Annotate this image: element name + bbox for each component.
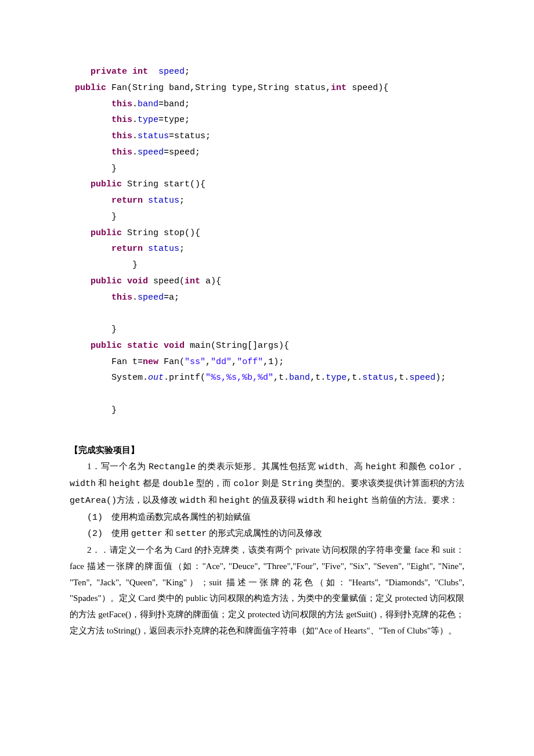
prose-section: 【完成实验项目】 1．写一个名为 Rectangle 的类表示矩形。其属性包括宽… xyxy=(70,442,464,639)
section-heading: 【完成实验项目】 xyxy=(70,442,464,458)
code-width: width xyxy=(180,496,206,506)
text: 使用 xyxy=(111,528,131,538)
code-getter: getter xyxy=(131,529,163,539)
text: 当前值的方法。要求： xyxy=(369,495,458,505)
text: 的类表示矩形。其属性包括宽 xyxy=(196,462,319,471)
text: 1．写一个名为 xyxy=(87,462,149,471)
text: ， xyxy=(455,462,464,471)
text: 的值及获得 xyxy=(250,495,298,505)
list-item-2: (2) 使用 getter 和 setter 的形式完成属性的访问及修改 xyxy=(70,525,464,542)
list-number: (2) xyxy=(87,529,103,539)
text: 和 xyxy=(206,495,219,505)
text: 和 xyxy=(96,478,109,488)
text: 和 xyxy=(163,528,176,538)
code-height: height xyxy=(219,496,250,506)
code-width: width xyxy=(298,496,324,506)
text: 和颜色 xyxy=(397,462,430,471)
code-getarea: getArea() xyxy=(70,496,117,506)
java-code-block: private int speed; public Fan(String ban… xyxy=(70,64,464,419)
problem-2: 2．．请定义一个名为 Card 的扑克牌类，该类有两个 private 访问权限… xyxy=(70,542,464,639)
list-number: (1) xyxy=(87,513,103,523)
code-double: double xyxy=(163,479,194,489)
code-height: height xyxy=(366,462,397,472)
text: 方法，以及修改 xyxy=(117,495,180,505)
text: 则是 xyxy=(259,478,282,488)
problem-1: 1．写一个名为 Rectangle 的类表示矩形。其属性包括宽 width、高 … xyxy=(70,459,464,509)
code-height: height xyxy=(337,496,369,506)
text: 都是 xyxy=(140,478,163,488)
text: 型的，而 xyxy=(194,478,233,488)
code-width: width xyxy=(70,479,96,489)
text: 和 xyxy=(324,495,338,505)
code-color: color xyxy=(429,462,455,472)
code-color: color xyxy=(233,479,259,489)
list-item-1: (1) 使用构造函数完成各属性的初始赋值 xyxy=(70,509,464,526)
code-width: width xyxy=(319,462,345,472)
code-height: height xyxy=(109,479,140,489)
code-rectangle: Rectangle xyxy=(149,462,196,472)
text: 、高 xyxy=(345,462,366,471)
code-setter: setter xyxy=(175,529,207,539)
list-text: 使用构造函数完成各属性的初始赋值 xyxy=(111,512,251,521)
text: 的形式完成属性的访问及修改 xyxy=(207,528,322,538)
text: 类型的。要求该类提供计算面积的方法 xyxy=(313,478,464,488)
code-string: String xyxy=(282,479,313,489)
